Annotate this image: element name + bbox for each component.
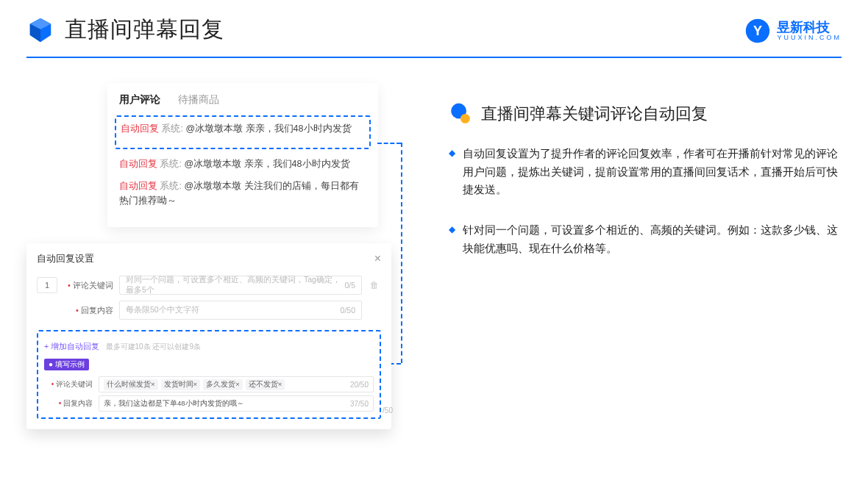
bullet-text: 针对同一个问题，可设置多个相近的、高频的关键词。例如：这款多少钱、这块能优惠吗、… [463, 221, 842, 257]
reply-input[interactable]: 每条限50个中文字符 0/50 [119, 301, 362, 320]
ex-keyword-count: 20/50 [350, 381, 369, 389]
ex-reply-text: 亲，我们这边都是下单48小时内发货的哦～ [104, 399, 244, 409]
auto-reply-prefix: 自动回复 [119, 159, 157, 169]
ex-tag[interactable]: 还不发货× [246, 379, 285, 390]
highlighted-comment: 自动回复 系统: @冰墩墩本墩 亲亲，我们48小时内发货 [115, 115, 371, 149]
connector-line [377, 143, 401, 144]
ex-keyword-label: 评论关键词 [44, 379, 93, 390]
svg-text:Y: Y [753, 24, 762, 38]
example-highlight-box: + 增加自动回复 最多可建10条 还可以创建9条 ● 填写示例 评论关键词 什么… [37, 330, 381, 419]
ex-reply-count: 37/50 [350, 400, 369, 408]
ex-tag[interactable]: 多久发货× [203, 379, 243, 390]
logo-name: 昱新科技 [777, 21, 842, 34]
auto-reply-prefix: 自动回复 [119, 181, 157, 191]
tab-user-comments[interactable]: 用户评论 [119, 93, 160, 107]
auto-reply-prefix: 自动回复 [121, 123, 159, 134]
system-label: 系统: [160, 181, 181, 191]
ex-tag[interactable]: 发货时间× [161, 379, 201, 390]
auto-reply-settings-modal: 自动回复设置 × 1 评论关键词 对同一个问题，可设置多个相近、高频的关键词，T… [26, 243, 391, 429]
example-badge: ● 填写示例 [44, 359, 89, 370]
reply-count: 0/50 [341, 306, 355, 315]
floating-count: /50 [383, 406, 393, 415]
row-index: 1 [37, 277, 57, 293]
system-label: 系统: [160, 159, 181, 169]
bullet-item: ◆ 针对同一个问题，可设置多个相近的、高频的关键词。例如：这款多少钱、这块能优惠… [449, 221, 842, 257]
cube-icon [26, 16, 54, 44]
system-label: 系统: [161, 123, 182, 134]
reply-placeholder: 每条限50个中文字符 [126, 305, 199, 315]
brand-logo: Y 昱新科技 YUUXIN.COM [744, 18, 842, 44]
add-auto-reply-link[interactable]: + 增加自动回复 [44, 342, 99, 352]
modal-title: 自动回复设置 [37, 252, 94, 265]
diamond-icon: ◆ [449, 221, 455, 257]
add-hint: 最多可建10条 还可以创建9条 [106, 342, 201, 351]
keyword-label: 评论关键词 [65, 280, 113, 291]
connector-line [401, 143, 402, 363]
tab-pending-products[interactable]: 待播商品 [178, 93, 219, 107]
bubble-icon [449, 102, 472, 126]
bullet-text: 自动回复设置为了提升作者的评论回复效率，作者可在开播前针对常见的评论用户问题，提… [463, 145, 842, 199]
ex-reply-label: 回复内容 [44, 398, 93, 409]
ex-keyword-input[interactable]: 什么时候发货× 发货时间× 多久发货× 还不发货× 20/50 [99, 376, 374, 392]
keyword-input[interactable]: 对同一个问题，可设置多个相近、高频的关键词，Tag确定，最多5个 0/5 [119, 276, 362, 295]
comment-body: @冰墩墩本墩 亲亲，我们48小时内发货 [184, 159, 349, 169]
comment-body: @冰墩墩本墩 亲亲，我们48小时内发货 [185, 123, 351, 134]
bullet-item: ◆ 自动回复设置为了提升作者的评论回复效率，作者可在开播前针对常见的评论用户问题… [449, 145, 842, 199]
keyword-placeholder: 对同一个问题，可设置多个相近、高频的关键词，Tag确定，最多5个 [126, 275, 344, 295]
trash-icon[interactable]: 🗑 [368, 280, 381, 290]
page-title: 直播间弹幕回复 [65, 15, 224, 45]
reply-label: 回复内容 [65, 305, 113, 316]
logo-sub: YUUXIN.COM [777, 34, 842, 41]
close-icon[interactable]: × [374, 252, 381, 265]
svg-point-2 [460, 114, 470, 123]
keyword-count: 0/5 [344, 281, 355, 290]
logo-mark-icon: Y [744, 18, 771, 44]
comments-card: 用户评论 待播商品 自动回复 系统: @冰墩墩本墩 亲亲，我们48小时内发货 自… [107, 83, 378, 227]
ex-tag[interactable]: 什么时候发货× [104, 379, 158, 390]
diamond-icon: ◆ [449, 145, 455, 199]
ex-reply-input[interactable]: 亲，我们这边都是下单48小时内发货的哦～ 37/50 [99, 395, 374, 412]
section-title: 直播间弹幕关键词评论自动回复 [481, 103, 708, 125]
